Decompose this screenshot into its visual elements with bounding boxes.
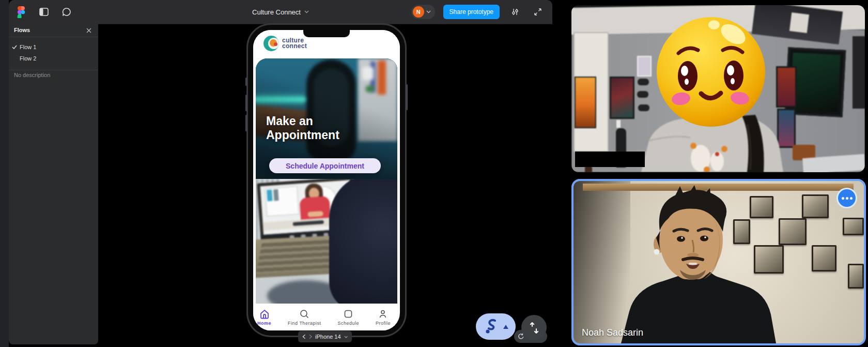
page-title: Culture Connect (252, 8, 301, 16)
participant-name: Noah Sadsarin (582, 327, 643, 338)
smiling-emoji-overlay (656, 16, 766, 128)
check-icon (9, 45, 20, 49)
flow-item-2[interactable]: Flow 2 (9, 53, 98, 64)
flows-panel-header: Flows (9, 24, 98, 37)
nav-schedule[interactable]: Schedule (337, 309, 359, 326)
search-icon (299, 309, 309, 319)
account-menu[interactable]: N (411, 5, 435, 19)
chevron-down-icon (344, 336, 348, 338)
exit-fullscreen-icon[interactable] (531, 5, 545, 19)
culture-connect-logo: culture connect (264, 36, 307, 51)
video-tile-participant-1[interactable] (571, 5, 865, 172)
pointer-tool-icon (484, 319, 499, 335)
flow-label: Flow 2 (20, 55, 36, 62)
hero-title: Make an Appointment (266, 114, 351, 142)
participant-2-portrait (574, 181, 864, 343)
foreground-silhouette (329, 179, 397, 304)
phone-volume-down (245, 115, 247, 131)
device-selector[interactable]: iPhone 14 (298, 331, 352, 342)
phone-screen: culture connect Make an Appointment Sch (253, 30, 400, 330)
flows-panel: Flows Flow 1 Flow 2 No description (9, 24, 98, 344)
video-tile-participant-2[interactable]: Noah Sadsarin (571, 179, 866, 345)
triangle-up-icon[interactable] (503, 325, 508, 329)
device-name: iPhone 14 (315, 334, 341, 340)
desktop-edge-strip (0, 0, 9, 347)
figma-toolbar: Culture Connect N Share prototype (9, 0, 552, 24)
more-options-button[interactable] (836, 188, 857, 208)
flow-description: No description (14, 72, 50, 78)
chevron-right-icon[interactable] (309, 334, 313, 339)
avatar: N (413, 6, 424, 18)
name-censor-bar (575, 152, 645, 167)
phone-mute-switch (245, 78, 247, 86)
nav-home[interactable]: Home (257, 309, 271, 326)
share-prototype-button[interactable]: Share prototype (443, 5, 500, 19)
participant-2-video: Noah Sadsarin (574, 181, 864, 343)
scroll-toggle-button[interactable] (521, 315, 547, 340)
schedule-appointment-button[interactable]: Schedule Appointment (269, 158, 381, 173)
hero-card: Make an Appointment Schedule Appointment (256, 58, 397, 304)
nav-profile[interactable]: Profile (376, 309, 391, 326)
logo-mark-icon (264, 36, 279, 51)
pointer-tool-button[interactable] (476, 313, 516, 340)
phone-power-button (406, 84, 408, 110)
flows-title: Flows (14, 27, 30, 33)
divider (9, 70, 98, 70)
screen: Culture Connect N Share prototype (0, 0, 868, 347)
schedule-icon (343, 309, 353, 319)
chevron-down-icon (304, 10, 309, 13)
flow-item-1[interactable]: Flow 1 (9, 41, 98, 53)
prototype-device-frame: culture connect Make an Appointment Sch (246, 23, 407, 337)
toolbar-right-group: N Share prototype (411, 0, 545, 24)
chevron-down-icon (426, 10, 431, 13)
profile-icon (378, 309, 388, 319)
phone-notch (303, 30, 350, 37)
phone-volume-up (245, 95, 247, 111)
hero-image-video-call (256, 179, 397, 304)
chevron-left-icon[interactable] (302, 334, 306, 339)
nav-find-therapist[interactable]: Find Therapist (288, 309, 321, 326)
close-icon[interactable] (85, 26, 93, 35)
app-bottom-nav: Home Find Therapist Schedule (253, 304, 395, 330)
logo-line2: connect (282, 43, 307, 49)
home-icon (259, 309, 270, 319)
hero-image-office: Make an Appointment Schedule Appointment (256, 58, 397, 179)
up-down-arrows-icon (528, 321, 540, 335)
prototype-settings-icon[interactable] (508, 5, 522, 19)
flow-label: Flow 1 (20, 44, 36, 50)
